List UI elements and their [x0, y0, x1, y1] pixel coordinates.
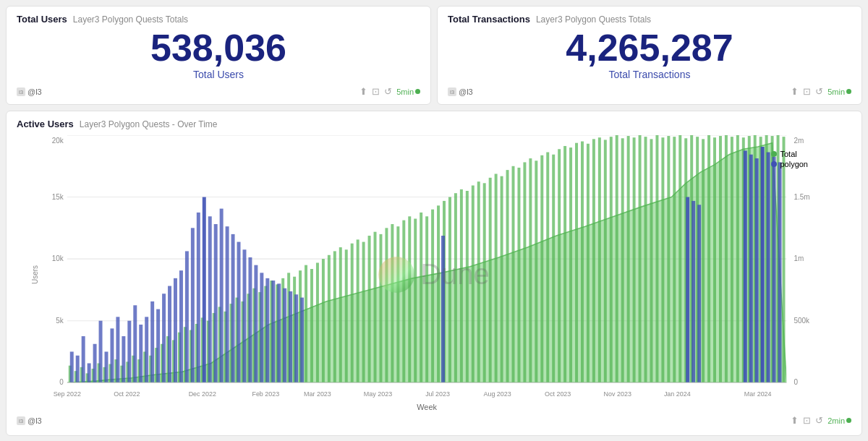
- svg-rect-120: [639, 135, 642, 382]
- svg-rect-63: [310, 269, 313, 382]
- camera-icon-bottom[interactable]: ⊡: [803, 415, 811, 426]
- svg-text:0: 0: [59, 378, 64, 386]
- svg-rect-184: [289, 291, 292, 382]
- svg-text:0: 0: [793, 378, 798, 386]
- svg-text:Sep 2022: Sep 2022: [54, 390, 81, 398]
- green-dot-right: [846, 89, 851, 94]
- svg-rect-99: [517, 168, 520, 382]
- svg-rect-84: [431, 210, 434, 383]
- share-icon-right[interactable]: ⬆: [791, 86, 799, 97]
- svg-text:500k: 500k: [793, 317, 809, 325]
- svg-rect-87: [448, 197, 451, 383]
- svg-rect-155: [122, 336, 125, 382]
- svg-rect-148: [82, 336, 85, 382]
- svg-rect-147: [76, 356, 80, 382]
- share-icon-bottom[interactable]: ⬆: [791, 415, 799, 426]
- card-footer-right: l3 @l3 ⬆ ⊡ ↺ 5min: [448, 86, 851, 97]
- svg-text:Feb 2023: Feb 2023: [252, 390, 279, 398]
- svg-rect-160: [150, 301, 154, 382]
- camera-icon-right[interactable]: ⊡: [803, 86, 811, 97]
- refresh-icon-right[interactable]: ↺: [815, 86, 823, 97]
- svg-rect-132: [707, 135, 710, 382]
- svg-rect-112: [592, 140, 595, 383]
- svg-rect-168: [197, 213, 200, 382]
- svg-rect-172: [220, 209, 224, 383]
- green-dot-bottom: [846, 418, 851, 423]
- svg-rect-195: [767, 153, 770, 383]
- svg-rect-65: [322, 259, 325, 382]
- svg-rect-157: [133, 305, 137, 382]
- svg-rect-190: [697, 205, 701, 382]
- svg-rect-73: [368, 236, 371, 382]
- svg-rect-109: [575, 143, 578, 383]
- legend-polygon: polygon: [771, 160, 808, 168]
- svg-rect-115: [610, 137, 613, 382]
- svg-text:2m: 2m: [793, 137, 804, 145]
- svg-rect-93: [483, 183, 486, 382]
- svg-rect-122: [650, 140, 652, 383]
- card-user-left: l3 @l3: [17, 87, 42, 96]
- bottom-header: Active Users Layer3 Polygon Quests - Ove…: [17, 119, 851, 129]
- svg-rect-196: [773, 157, 776, 382]
- card-footer-left: l3 @l3 ⬆ ⊡ ↺ 5min: [17, 86, 420, 97]
- refresh-icon-left[interactable]: ↺: [384, 86, 392, 97]
- svg-rect-189: [692, 201, 695, 382]
- user-icon-left: l3: [17, 87, 25, 96]
- y-axis-label: Users: [31, 265, 39, 284]
- bottom-actions: ⬆ ⊡ ↺ 2min: [791, 415, 851, 426]
- svg-rect-173: [226, 226, 229, 382]
- svg-rect-100: [523, 163, 526, 383]
- svg-rect-106: [558, 149, 561, 382]
- svg-rect-123: [655, 135, 658, 382]
- refresh-icon-bottom[interactable]: ↺: [815, 415, 823, 426]
- svg-text:Jul 2023: Jul 2023: [425, 390, 450, 398]
- svg-rect-117: [621, 138, 624, 382]
- svg-rect-97: [506, 170, 509, 382]
- svg-rect-118: [627, 136, 630, 382]
- svg-rect-162: [162, 294, 166, 382]
- svg-rect-119: [633, 137, 636, 382]
- active-users-card: Active Users Layer3 Polygon Quests - Ove…: [6, 111, 862, 436]
- chart-svg: 0 5k 10k 15k 20k 0 500k 1m 1.5m 2m: [38, 135, 851, 414]
- svg-rect-121: [644, 137, 647, 382]
- svg-rect-64: [316, 263, 319, 383]
- svg-rect-105: [552, 155, 555, 382]
- share-icon-left[interactable]: ⬆: [359, 86, 367, 97]
- svg-rect-82: [420, 213, 422, 382]
- svg-rect-108: [569, 147, 572, 382]
- svg-rect-77: [391, 224, 393, 382]
- svg-rect-133: [713, 137, 716, 382]
- svg-text:Mar 2023: Mar 2023: [304, 390, 331, 398]
- card-user-right: l3 @l3: [448, 87, 473, 96]
- svg-rect-159: [145, 317, 148, 383]
- svg-rect-192: [749, 155, 753, 382]
- svg-rect-181: [271, 281, 275, 382]
- svg-rect-94: [489, 178, 492, 382]
- svg-rect-169: [203, 197, 206, 383]
- svg-rect-183: [283, 288, 286, 382]
- svg-rect-135: [725, 135, 728, 382]
- svg-text:Jan 2024: Jan 2024: [664, 390, 691, 398]
- svg-rect-116: [616, 135, 618, 382]
- svg-rect-92: [477, 181, 480, 382]
- svg-rect-81: [414, 219, 417, 383]
- svg-rect-187: [441, 236, 445, 382]
- svg-rect-90: [466, 191, 469, 382]
- svg-rect-110: [581, 142, 584, 383]
- svg-rect-158: [139, 325, 142, 382]
- svg-rect-114: [604, 140, 607, 383]
- svg-rect-186: [300, 298, 304, 383]
- svg-rect-75: [379, 234, 382, 382]
- svg-rect-149: [88, 364, 91, 383]
- svg-rect-154: [116, 317, 119, 383]
- svg-rect-194: [761, 147, 765, 382]
- camera-icon-left[interactable]: ⊡: [372, 86, 380, 97]
- svg-rect-153: [110, 329, 114, 383]
- svg-rect-71: [357, 240, 359, 383]
- svg-rect-95: [495, 174, 498, 383]
- legend-total-dot: [771, 151, 777, 157]
- svg-rect-166: [185, 252, 189, 383]
- svg-rect-78: [396, 226, 399, 382]
- svg-text:Oct 2023: Oct 2023: [545, 390, 571, 398]
- svg-rect-180: [265, 278, 269, 382]
